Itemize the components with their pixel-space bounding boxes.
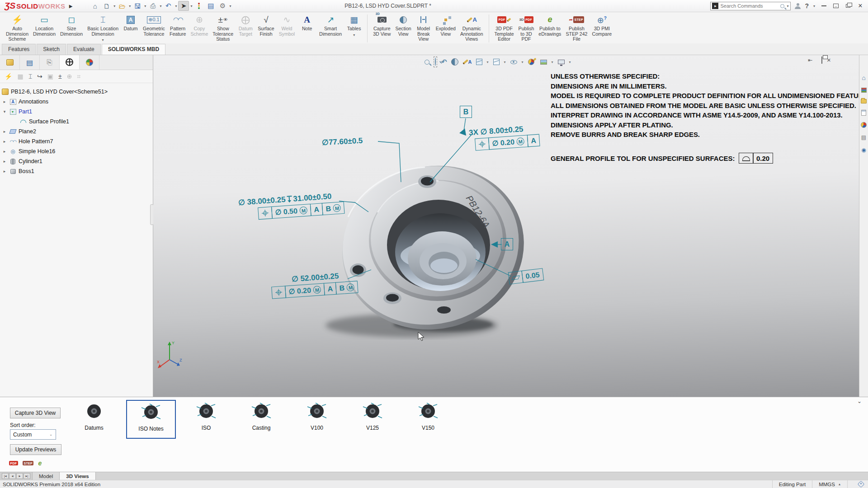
graphics-viewport[interactable]: ↶ A ▾ ▾ ▾ ▾ ▾ ⇤ × UNLESS OTHERWISE SPECI… bbox=[153, 55, 859, 397]
expander-icon[interactable]: ▸ bbox=[2, 129, 7, 134]
tab-part-icon[interactable] bbox=[0, 55, 20, 70]
solidworks-resources-home-icon[interactable]: ⌂ bbox=[862, 74, 865, 81]
hole-pattern-callout[interactable]: 3X ∅ 8.00±0.25 ∅ 0.20M A bbox=[468, 123, 540, 151]
fit-window-button[interactable]: ↔ bbox=[832, 2, 840, 10]
view-thumbnail-v150[interactable]: V150 bbox=[403, 400, 453, 439]
tree-item-simple-hole16[interactable]: ▸ ◎ Simple Hole16 bbox=[2, 146, 151, 156]
doc-restore-icon[interactable] bbox=[821, 57, 822, 63]
general-notes-annotation[interactable]: UNLESS OTHERWISE SPECIFIED: DIMENSIONS A… bbox=[551, 71, 859, 140]
new-document-button[interactable]: 🗋 bbox=[101, 1, 112, 11]
view-settings-icon[interactable] bbox=[558, 60, 565, 64]
datum-b-flag[interactable]: B bbox=[460, 106, 472, 118]
select-tool-button[interactable]: ➤ bbox=[178, 1, 189, 11]
basic-dimension-icon[interactable]: ⌶ bbox=[28, 73, 32, 80]
3d-part-model[interactable]: PB12-6A bbox=[316, 145, 597, 361]
tags-icon[interactable] bbox=[858, 481, 865, 488]
view-thumbnail-iso[interactable]: ISO bbox=[181, 400, 231, 439]
tab-evaluate[interactable]: Evaluate bbox=[67, 44, 101, 55]
model-break-view-button[interactable]: Model Break View bbox=[414, 14, 434, 42]
sort-order-dropdown[interactable]: Custom⌄ bbox=[10, 429, 56, 440]
search-commands-box[interactable]: ▸ ▾ bbox=[710, 2, 791, 10]
size-dimension-button[interactable]: ◻Size Dimension bbox=[58, 14, 85, 37]
dynamic-annotation-views-button[interactable]: ADynamic Annotation Views bbox=[458, 14, 486, 42]
tab-dimxpert-manager-icon[interactable] bbox=[60, 55, 80, 70]
file-explorer-icon[interactable] bbox=[861, 99, 867, 103]
tab-sketch[interactable]: Sketch bbox=[37, 44, 66, 55]
zoom-to-area-icon[interactable] bbox=[434, 56, 437, 67]
datum-a-flag[interactable]: A bbox=[501, 238, 513, 250]
appearances-scenes-icon[interactable] bbox=[861, 122, 867, 128]
custom-properties-icon[interactable]: ▤ bbox=[861, 134, 866, 141]
exploded-view-button[interactable]: Exploded View bbox=[434, 14, 458, 37]
tree-item-part1[interactable]: ▾ Part1 bbox=[2, 107, 151, 117]
publish-step-icon[interactable]: STEP bbox=[23, 461, 33, 465]
tree-item-plane2[interactable]: ▸ Plane2 bbox=[2, 127, 151, 136]
last-tab-icon[interactable]: ▸| bbox=[24, 473, 30, 479]
tab-solidworks-mbd[interactable]: SOLIDWORKS MBD bbox=[102, 44, 165, 55]
doc-dock-icon[interactable]: ⇤ bbox=[808, 57, 812, 63]
open-button[interactable]: 🗁 bbox=[117, 1, 127, 11]
expander-icon[interactable]: ▾ bbox=[2, 109, 7, 114]
dropdown-caret[interactable]: ▾ bbox=[102, 38, 104, 43]
first-tab-icon[interactable]: |◂ bbox=[2, 473, 9, 479]
hide-show-items-icon[interactable] bbox=[510, 60, 517, 64]
expander-icon[interactable]: ▸ bbox=[2, 139, 7, 144]
tab-display-manager-icon[interactable] bbox=[80, 55, 99, 70]
tab-feature-manager-icon[interactable]: ▤ bbox=[20, 55, 40, 70]
save-button[interactable]: 🖫 bbox=[132, 1, 143, 11]
capture-3d-view-panel-button[interactable]: Capture 3D View bbox=[10, 408, 61, 418]
minimize-button[interactable] bbox=[820, 2, 828, 10]
basic-location-dimension-button[interactable]: ⌶Basic Location Dimension▾ bbox=[85, 14, 121, 43]
tab-configuration-manager-icon[interactable]: ⎘ bbox=[40, 55, 60, 70]
expander-icon[interactable]: ▸ bbox=[2, 169, 7, 174]
view-thumbnail-casting[interactable]: Casting bbox=[236, 400, 286, 439]
expander-icon[interactable]: ▸ bbox=[2, 149, 7, 154]
auto-dimension-scheme-button[interactable]: ⚡Auto Dimension Scheme bbox=[4, 14, 31, 42]
restore-button[interactable] bbox=[844, 2, 852, 10]
tab-3d-views[interactable]: 3D Views bbox=[60, 472, 95, 480]
menu-flyout-arrow-icon[interactable]: ▶ bbox=[69, 4, 73, 9]
leader-display-icon[interactable]: ↪ bbox=[37, 73, 42, 80]
smart-dimension-button[interactable]: ↗Smart Dimension bbox=[317, 14, 344, 37]
tree-item-hole-pattern7[interactable]: ▸ ◠◠ Hole Pattern7 bbox=[2, 136, 151, 146]
note-button[interactable]: ANote bbox=[297, 14, 317, 32]
publish-to-3d-pdf-button[interactable]: 3DPDFPublish to 3D PDF bbox=[516, 14, 537, 42]
zoom-to-fit-icon[interactable] bbox=[425, 60, 429, 65]
3d-pmi-compare-button[interactable]: ⊕?3D PMI Compare bbox=[590, 14, 614, 37]
tree-item-boss1[interactable]: ▸ Boss1 bbox=[2, 166, 151, 176]
next-tab-icon[interactable]: ▸ bbox=[16, 473, 23, 479]
home-button[interactable]: ⌂ bbox=[90, 1, 100, 11]
section-view-button[interactable]: Section View bbox=[393, 14, 413, 37]
dropdown-caret[interactable]: ▾ bbox=[353, 33, 355, 38]
help-button[interactable]: ? bbox=[805, 2, 809, 9]
tree-item-cylinder1[interactable]: ▸ Cylinder1 bbox=[2, 156, 151, 166]
search-icon[interactable] bbox=[780, 4, 784, 8]
publish-to-edrawings-button[interactable]: ePublish to eDrawings bbox=[536, 14, 563, 37]
tree-item-annotations[interactable]: ▸ A Annotations bbox=[2, 97, 151, 107]
tab-model[interactable]: Model bbox=[33, 472, 60, 480]
view-thumbnail-datums[interactable]: Datums bbox=[69, 400, 119, 439]
3d-pdf-template-editor-button[interactable]: PDF3D PDF Template Editor bbox=[492, 14, 516, 42]
settings-gear-button[interactable]: ⚙ bbox=[217, 1, 228, 11]
expander-icon[interactable]: ▸ bbox=[2, 99, 7, 104]
datum-button[interactable]: ADatum bbox=[121, 14, 141, 32]
tolerance-status-icon[interactable]: ± bbox=[58, 73, 62, 80]
performance-indicator-icon[interactable] bbox=[193, 1, 204, 11]
design-library-icon[interactable] bbox=[861, 88, 867, 93]
view-thumbnail-v100[interactable]: V100 bbox=[292, 400, 342, 439]
tree-item-surface-profile1[interactable]: Surface Profile1 bbox=[2, 117, 151, 127]
surface-finish-button[interactable]: √Surface Finish bbox=[255, 14, 277, 37]
previous-view-icon[interactable]: ↶ bbox=[441, 58, 447, 66]
prev-tab-icon[interactable]: ◂ bbox=[9, 473, 16, 479]
edit-appearance-icon[interactable] bbox=[528, 59, 536, 65]
publish-3d-pdf-icon[interactable]: PDF bbox=[9, 461, 18, 465]
auto-dimension-icon[interactable]: ⚡ bbox=[5, 73, 12, 80]
undo-button[interactable]: ↶ bbox=[163, 1, 174, 11]
location-dimension-button[interactable]: ▭Location Dimension bbox=[31, 14, 58, 37]
tables-button[interactable]: ▦Tables▾ bbox=[344, 14, 364, 38]
tree-root[interactable]: PB12-6, LSD HYD Cover<Scheme51> bbox=[2, 87, 151, 97]
display-style-icon[interactable] bbox=[493, 59, 500, 65]
user-account-icon[interactable] bbox=[795, 3, 801, 9]
view-thumbnail-iso-notes[interactable]: ISO Notes bbox=[126, 400, 176, 439]
show-tolerance-status-button[interactable]: ±👁Show Tolerance Status bbox=[210, 14, 236, 42]
